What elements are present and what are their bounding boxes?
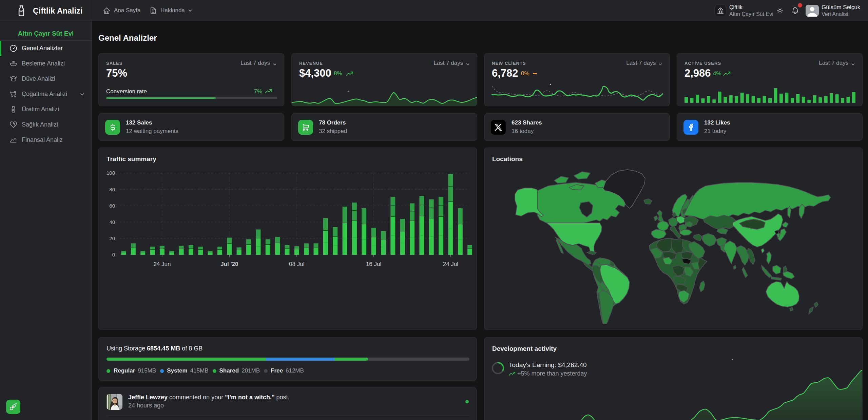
svg-text:16 Jul: 16 Jul [366,261,381,267]
svg-text:24 Jun: 24 Jun [153,261,171,267]
svg-text:08 Jul: 08 Jul [289,261,304,267]
svg-text:80: 80 [109,187,115,192]
svg-text:20: 20 [109,235,115,241]
svg-text:24 Jul: 24 Jul [443,261,458,267]
svg-text:Jul '20: Jul '20 [220,261,238,267]
svg-text:40: 40 [109,219,115,225]
svg-text:60: 60 [109,203,115,209]
svg-text:100: 100 [107,170,115,176]
svg-text:0: 0 [112,252,115,257]
